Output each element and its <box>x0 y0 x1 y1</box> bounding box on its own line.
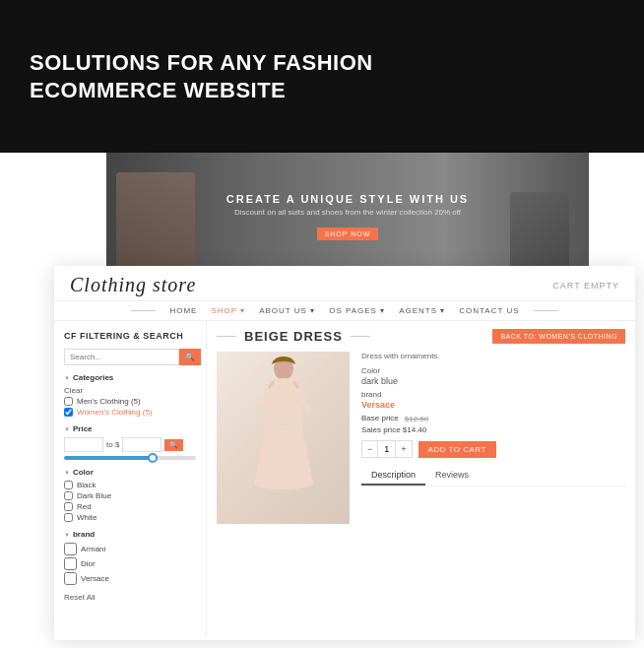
color-white-label: White <box>77 513 97 522</box>
nav-line-left <box>131 310 156 311</box>
title-line-left <box>217 336 236 337</box>
price-slider-thumb[interactable] <box>148 453 158 463</box>
brand-versace-label: Versace <box>81 574 109 583</box>
product-body: Dress with ornaments. Color dark blue br… <box>217 352 625 524</box>
color-darkblue-label: Dark Blue <box>77 491 111 500</box>
qty-plus-button[interactable]: + <box>396 441 411 457</box>
hero-title: SOLUTIONS FOR ANY FASHION ECOMMERCE WEBS… <box>30 49 404 103</box>
sidebar-title: CF FILTERING & SEARCH <box>64 331 196 341</box>
color-red-checkbox[interactable] <box>64 502 73 511</box>
hero-section: SOLUTIONS FOR ANY FASHION ECOMMERCE WEBS… <box>0 0 433 153</box>
womens-clothing-checkbox[interactable] <box>64 408 73 417</box>
price-from-input[interactable] <box>64 437 103 452</box>
mens-clothing-checkbox[interactable] <box>64 397 73 406</box>
color-black-checkbox[interactable] <box>64 481 73 489</box>
price-to-label: to $ <box>106 440 119 449</box>
banner-subtitle: Discount on all suits and shoes from the… <box>226 208 469 217</box>
banner-title: CREATE A UNIQUE STYLE WITH US <box>226 193 469 205</box>
hero-right-black <box>433 0 644 153</box>
price-slider[interactable] <box>64 456 196 460</box>
womens-clothing-label: Women's Clothing (5) <box>77 408 153 417</box>
brand-filter: brand Armani Dior Versace <box>64 530 196 585</box>
brand-armani: Armani <box>64 543 196 555</box>
brand-versace-checkbox[interactable] <box>64 572 77 585</box>
tab-reviews[interactable]: Reviews <box>425 466 479 486</box>
brand-detail-label: brand <box>361 390 625 399</box>
brand-dior-label: Dior <box>81 559 96 568</box>
brand-dior: Dior <box>64 557 196 570</box>
color-black-label: Black <box>77 481 97 489</box>
shop-now-button[interactable]: SHOP NOW <box>317 227 379 240</box>
main-card: Clothing store CART EMPTY HOME SHOP ▾ AB… <box>54 266 635 640</box>
store-logo: Clothing store <box>70 274 196 296</box>
color-detail-label: Color <box>361 366 625 375</box>
store-nav: HOME SHOP ▾ ABOUT US ▾ OS PAGES ▾ AGENTS… <box>54 301 635 321</box>
nav-line-right <box>534 310 558 311</box>
price-row: to $ 🔍 <box>64 437 196 452</box>
product-header: BEIGE DRESS BACK TO: WOMEN'S CLOTHING <box>217 329 625 344</box>
product-title: BEIGE DRESS <box>244 329 343 344</box>
nav-home[interactable]: HOME <box>169 306 197 315</box>
reset-all-button[interactable]: Reset All <box>64 593 196 602</box>
base-price-value: $12.60 <box>405 415 428 423</box>
color-white: White <box>64 513 196 522</box>
categories-filter: Categories Clear Men's Clothing (5) Wome… <box>64 373 196 417</box>
nav-contact[interactable]: CONTACT US <box>459 306 519 315</box>
product-description: Dress with ornaments. <box>361 352 625 360</box>
brand-dior-checkbox[interactable] <box>64 557 77 570</box>
content-area: CF FILTERING & SEARCH 🔍 Categories Clear… <box>54 321 635 636</box>
tab-description[interactable]: Description <box>361 466 425 486</box>
title-line-right <box>351 336 370 337</box>
color-label: Color <box>64 468 196 477</box>
color-red: Red <box>64 502 196 511</box>
nav-about[interactable]: ABOUT US ▾ <box>259 306 315 315</box>
store-header: Clothing store CART EMPTY <box>54 266 635 301</box>
search-row: 🔍 <box>64 349 196 365</box>
color-red-label: Red <box>77 502 92 511</box>
product-image <box>217 352 350 524</box>
color-darkblue: Dark Blue <box>64 491 196 500</box>
search-input[interactable] <box>64 349 179 365</box>
categories-clear[interactable]: Clear <box>64 386 196 395</box>
banner-figure-left <box>116 172 195 281</box>
filter-mens-clothing: Men's Clothing (5) <box>64 397 196 406</box>
color-filter: Color Black Dark Blue Red White <box>64 468 196 522</box>
price-search-button[interactable]: 🔍 <box>164 439 183 451</box>
product-title-row: BEIGE DRESS <box>217 329 370 344</box>
color-darkblue-checkbox[interactable] <box>64 491 73 500</box>
cart-row: − 1 + ADD TO CART <box>361 440 625 458</box>
sidebar: CF FILTERING & SEARCH 🔍 Categories Clear… <box>54 321 207 636</box>
color-white-checkbox[interactable] <box>64 513 73 522</box>
back-to-womens-button[interactable]: BACK TO: WOMEN'S CLOTHING <box>492 329 625 344</box>
price-label: Price <box>64 424 196 433</box>
product-tabs: Description Reviews <box>361 466 625 486</box>
quantity-value: 1 <box>377 441 396 457</box>
nav-shop[interactable]: SHOP ▾ <box>211 306 245 315</box>
color-black: Black <box>64 481 196 489</box>
banner-overlay: CREATE A UNIQUE STYLE WITH US Discount o… <box>226 193 469 240</box>
nav-agents[interactable]: AGENTS ▾ <box>399 306 445 315</box>
search-button[interactable]: 🔍 <box>179 349 201 365</box>
add-to-cart-button[interactable]: ADD TO CART <box>419 441 496 458</box>
quantity-box: − 1 + <box>361 440 413 458</box>
nav-ospages[interactable]: OS PAGES ▾ <box>329 306 385 315</box>
color-detail-value: dark blue <box>361 376 625 386</box>
base-price-label: Base price <box>361 414 399 422</box>
product-area: BEIGE DRESS BACK TO: WOMEN'S CLOTHING <box>207 321 635 636</box>
qty-minus-button[interactable]: − <box>362 441 377 457</box>
product-details: Dress with ornaments. Color dark blue br… <box>361 352 625 524</box>
sale-price-label: Sales price $14.40 <box>361 425 625 434</box>
categories-label: Categories <box>64 373 196 382</box>
filter-womens-clothing: Women's Clothing (5) <box>64 408 196 417</box>
brand-versace: Versace <box>64 572 196 585</box>
price-filter: Price to $ 🔍 <box>64 424 196 460</box>
brand-armani-label: Armani <box>81 545 105 553</box>
mens-clothing-label: Men's Clothing (5) <box>77 397 141 406</box>
cart-status: CART EMPTY <box>552 281 619 291</box>
brand-detail-value: Versace <box>361 400 625 410</box>
brand-armani-checkbox[interactable] <box>64 543 77 555</box>
banner: CREATE A UNIQUE STYLE WITH US Discount o… <box>106 153 589 281</box>
dress-svg <box>234 356 333 519</box>
brand-label: brand <box>64 530 196 539</box>
price-to-input[interactable] <box>122 437 161 452</box>
